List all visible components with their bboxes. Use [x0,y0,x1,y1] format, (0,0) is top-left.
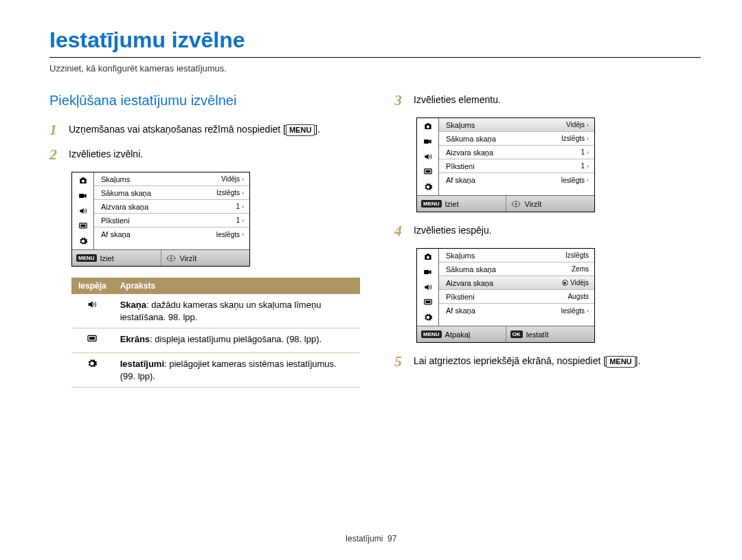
camera-lcd-step3: SkaļumsVidējs› Sākuma skaņaIzslēgts› Aiz… [416,117,595,212]
lcd-rows: SkaļumsVidējs› Sākuma skaņaIzslēgts› Aiz… [94,172,249,249]
svg-point-5 [170,258,172,260]
step-text: Lai atgrieztos iepriekšējā ekrānā, nospi… [414,354,640,368]
sound-icon [71,294,113,328]
camera-icon [421,121,435,132]
lcd-icon-column [72,172,94,249]
radio-dot-icon [562,280,568,286]
step-2: 2 Izvēlieties izvēlni. [49,147,360,162]
table-row: Iestatījumi: pielāgojiet kameras sistēma… [71,353,360,388]
table-row: Ekrāns: displeja iestatījumu pielāgošana… [71,328,360,353]
svg-rect-15 [424,270,429,274]
svg-rect-3 [80,225,85,227]
step-1: 1 Uzņemšanas vai atskaņošanas režīmā nos… [49,122,360,137]
svg-rect-9 [424,139,429,144]
left-column: Piekļūšana iestatījumu izvēlnei 1 Uzņemš… [49,93,360,388]
display-icon [421,297,435,308]
table-row: Skaņa: dažādu kameras skaņu un skaļuma l… [71,294,360,328]
lcd-icon-column [417,118,439,195]
lcd-icon-column [417,249,439,326]
svg-rect-7 [89,337,95,339]
lcd-exit-button: MENUIziet [72,250,161,266]
sound-icon [421,151,435,162]
lcd-back-button: MENUAtpakaļ [417,326,506,342]
lcd-footer: MENUIziet Virzīt [72,249,249,266]
video-icon [421,136,435,147]
gear-icon [421,312,435,323]
gear-icon [421,181,435,192]
menu-button-label: MENU [606,356,635,368]
step-number: 2 [49,147,60,162]
svg-rect-17 [425,301,430,304]
step-5: 5 Lai atgrieztos iepriekšējā ekrānā, nos… [394,354,701,369]
step-text: Izvēlieties elementu. [414,93,501,107]
step-number: 5 [394,354,405,369]
svg-point-13 [515,203,517,205]
svg-point-8 [426,126,429,128]
display-icon [71,328,113,353]
nav-pad-icon [510,199,521,208]
step-4: 4 Izvēlieties iespēju. [394,223,701,238]
camera-lcd-step4: SkaļumsIzslēgts Sākuma skaņaZems Aizvara… [416,248,595,343]
page-subtitle: Uzziniet, kā konfigurēt kameras iestatīj… [49,63,701,74]
step-text: Uzņemšanas vai atskaņošanas režīmā nospi… [69,122,320,136]
step-number: 4 [394,223,405,238]
section-heading: Piekļūšana iestatījumu izvēlnei [49,93,360,109]
page-title: Iestatījumu izvēlne [49,27,701,58]
svg-rect-1 [79,194,84,198]
selected-option: Vidējs [562,279,589,287]
step-3: 3 Izvēlieties elementu. [394,93,701,108]
right-column: 3 Izvēlieties elementu. SkaļumsVidējs› S… [394,93,701,388]
video-icon [421,267,435,278]
camera-icon [76,175,90,186]
svg-rect-11 [425,170,430,173]
th-description: Apraksts [113,278,360,294]
display-icon [76,221,90,232]
lcd-move-button: Virzīt [506,196,595,212]
camera-lcd-step2: SkaļumsVidējs› Sākuma skaņaIzslēgts› Aiz… [71,172,250,267]
step-number: 3 [394,93,405,108]
lcd-set-button: OKIestatīt [506,326,595,342]
gear-icon [76,236,90,247]
sound-icon [421,282,435,293]
camera-icon [421,251,435,262]
page-footer: Iestatījumi 97 [0,534,742,544]
step-number: 1 [49,122,60,137]
video-icon [76,190,90,201]
display-icon [421,166,435,177]
lcd-exit-button: MENUIziet [417,196,506,212]
lcd-move-button: Virzīt [161,250,250,266]
step-text: Izvēlieties izvēlni. [69,147,143,161]
options-table: Iespēja Apraksts Skaņa: dažādu kameras s… [71,278,360,388]
step-text: Izvēlieties iespēju. [414,223,492,237]
menu-button-label: MENU [286,124,315,136]
sound-icon [76,205,90,216]
svg-point-0 [81,180,84,183]
svg-point-14 [426,256,429,259]
nav-pad-icon [166,254,177,262]
gear-icon [71,353,113,388]
th-option: Iespēja [71,278,113,294]
